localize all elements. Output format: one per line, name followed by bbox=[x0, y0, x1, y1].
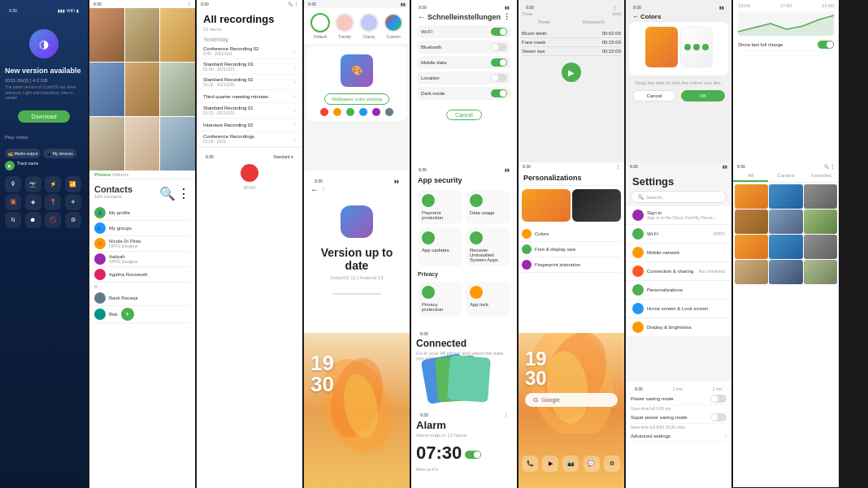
timer-tab-stopwatch[interactable]: Stopwatch bbox=[582, 19, 605, 24]
thumb-3[interactable] bbox=[804, 184, 837, 209]
nfc-btn[interactable]: N bbox=[5, 212, 21, 228]
back-icon[interactable]: ← bbox=[310, 185, 319, 194]
power-icon-btn[interactable]: ⚡ bbox=[45, 176, 61, 192]
color-thumb-light[interactable] bbox=[680, 27, 713, 67]
menu-icon-timer[interactable]: ⋮ bbox=[613, 5, 617, 10]
oppo-app-settings[interactable]: ⚙ bbox=[604, 456, 620, 472]
contact-nicola[interactable]: N Nicola Di Pinto OPPO Designer bbox=[94, 236, 190, 252]
contact-aaliyah[interactable]: A Aaliyah OPPO Designer bbox=[94, 252, 190, 267]
gallery-cell-4[interactable] bbox=[89, 63, 124, 116]
wallpaper-color-pick-button[interactable]: Wallpaper color picking bbox=[324, 93, 389, 105]
contact-bank[interactable]: B Bank Receipt bbox=[94, 291, 190, 306]
tab-all[interactable]: All bbox=[733, 171, 768, 182]
back-icon-schnell[interactable]: ← bbox=[418, 13, 425, 21]
oppo-app-camera[interactable]: 📷 bbox=[562, 456, 579, 472]
dnd-btn[interactable]: 🚫 bbox=[45, 212, 61, 228]
settings-connection[interactable]: Connection & sharing Not connected bbox=[626, 262, 731, 281]
media-output-btn[interactable]: 📻 Media output bbox=[5, 149, 41, 158]
menu-icon-2[interactable]: ⋮ bbox=[187, 2, 191, 6]
airplane-btn[interactable]: ✈ bbox=[65, 194, 81, 210]
toggle-bt[interactable] bbox=[491, 43, 507, 51]
contact-agatha[interactable]: A Agatha Roosevelt bbox=[94, 267, 190, 283]
toggle-show-last[interactable] bbox=[818, 41, 834, 49]
thumb-12[interactable] bbox=[804, 260, 837, 284]
theme-custom[interactable]: Custom bbox=[384, 13, 403, 39]
swatch-orange[interactable] bbox=[333, 108, 341, 116]
theme-classy[interactable]: Classy bbox=[359, 13, 379, 39]
settings-search[interactable]: 🔍 Search... bbox=[631, 191, 727, 203]
add-timer-btn[interactable]: Add bbox=[612, 11, 621, 16]
thumb-5[interactable] bbox=[769, 209, 802, 234]
thumb-10[interactable] bbox=[735, 260, 768, 284]
contact-profile[interactable]: 👤 My profile bbox=[94, 205, 190, 221]
theme-default[interactable]: Default bbox=[310, 13, 330, 39]
toggle-location[interactable] bbox=[491, 74, 507, 82]
gallery-cell-8[interactable] bbox=[125, 117, 160, 171]
add-contact-button[interactable]: + bbox=[121, 308, 134, 321]
recording-2[interactable]: Standard Recording 03 01:20 · 2021/2/21 … bbox=[197, 59, 302, 75]
cancel-button[interactable]: Cancel bbox=[446, 110, 482, 120]
person-colors[interactable]: Colors bbox=[522, 227, 621, 242]
oppo-search-bar[interactable]: G Google bbox=[525, 393, 618, 407]
cancel-colors-btn[interactable]: Cancel bbox=[632, 90, 676, 101]
swatch-blue[interactable] bbox=[359, 108, 367, 116]
thumb-8[interactable] bbox=[769, 235, 802, 259]
recording-5[interactable]: Standard Recording 01 01:22 · 2021/2/21 … bbox=[197, 103, 302, 119]
recording-6[interactable]: Interview Recording 02 › bbox=[197, 119, 302, 132]
security-recover[interactable]: Recover Uninstalled System Apps bbox=[466, 227, 510, 266]
security-privacy[interactable]: Privacy protection bbox=[418, 282, 462, 316]
thumb-1[interactable] bbox=[735, 184, 768, 209]
back-icon-colors[interactable]: ← bbox=[632, 13, 639, 20]
security-data-usage[interactable]: Data usage bbox=[466, 190, 510, 224]
ok-colors-btn[interactable]: OK bbox=[681, 90, 725, 101]
swatch-purple[interactable] bbox=[372, 108, 380, 116]
settings-personalizations[interactable]: Personalizations bbox=[626, 281, 731, 300]
gallery-cell-2[interactable] bbox=[125, 8, 160, 62]
search-icon-contacts[interactable]: 🔍 bbox=[159, 186, 176, 201]
download-button[interactable]: Download bbox=[18, 110, 69, 123]
gallery-tab-albums[interactable]: Albums bbox=[112, 172, 128, 177]
theme-trendy[interactable]: Trendy bbox=[335, 13, 354, 39]
gps-icon-btn[interactable]: 📍 bbox=[45, 194, 61, 210]
person-fingerprint-anim[interactable]: Fingerprint animation bbox=[522, 257, 621, 273]
oppo-app-play[interactable]: ▶ bbox=[542, 456, 558, 472]
gallery-cell-1[interactable] bbox=[89, 8, 124, 62]
timer-play-btn[interactable]: ▶ bbox=[562, 63, 581, 82]
search-icon-thumbs[interactable]: 🔍 bbox=[824, 164, 829, 169]
recording-3[interactable]: Standard Recording 02 01:22 · 2021/2/21 … bbox=[197, 75, 302, 90]
mobile-data-btn[interactable]: 📶 bbox=[65, 176, 81, 192]
thumb-9[interactable] bbox=[804, 235, 837, 259]
toggle-power-saving[interactable] bbox=[710, 395, 727, 403]
record-button[interactable] bbox=[241, 164, 258, 182]
swatch-green[interactable] bbox=[346, 108, 354, 116]
gallery-cell-9[interactable] bbox=[160, 117, 195, 171]
settings-homescreen[interactable]: Home screen & Lock screen bbox=[626, 300, 731, 318]
tab-favorites[interactable]: Favorites bbox=[804, 171, 839, 182]
my-devices-btn[interactable]: 📱 My devices bbox=[43, 149, 76, 158]
security-payment[interactable]: Payment protection bbox=[418, 190, 462, 224]
extra-btn[interactable]: ⚙ bbox=[65, 212, 81, 228]
screen-rec-btn[interactable]: ⏺ bbox=[25, 212, 41, 228]
gallery-tab-photos[interactable]: Photos bbox=[94, 172, 111, 177]
swatch-gray[interactable] bbox=[385, 108, 393, 116]
thumb-6[interactable] bbox=[804, 209, 837, 234]
toggle-dark[interactable] bbox=[491, 89, 507, 97]
camera-icon-btn[interactable]: 📷 bbox=[25, 176, 41, 192]
wallpaper-thumb-dark[interactable] bbox=[572, 189, 621, 222]
tab-camera[interactable]: Camera bbox=[768, 171, 803, 182]
oppo-app-messages[interactable]: 💬 bbox=[584, 456, 600, 472]
menu-icon-alarm[interactable]: ⋮ bbox=[504, 412, 508, 417]
mic-icon-btn[interactable]: 🎙 bbox=[5, 176, 21, 192]
menu-icon-rec[interactable]: ⋮ bbox=[294, 2, 298, 6]
security-applock[interactable]: App lock bbox=[466, 282, 510, 316]
color-thumb-orange[interactable] bbox=[645, 27, 678, 67]
contact-bob[interactable]: B Bob + bbox=[94, 306, 190, 323]
media-play-btn[interactable]: ▶ bbox=[5, 161, 15, 171]
toggle-super-saving[interactable] bbox=[710, 413, 727, 421]
gallery-cell-3[interactable] bbox=[160, 8, 195, 62]
toggle-wifi[interactable] bbox=[491, 28, 507, 36]
menu-icon-thumbs[interactable]: ⋮ bbox=[831, 164, 835, 169]
bt-icon-btn[interactable]: ◈ bbox=[25, 194, 41, 210]
show-last-charge[interactable]: Show last full charge bbox=[738, 39, 834, 51]
gallery-cell-7[interactable] bbox=[89, 117, 124, 171]
